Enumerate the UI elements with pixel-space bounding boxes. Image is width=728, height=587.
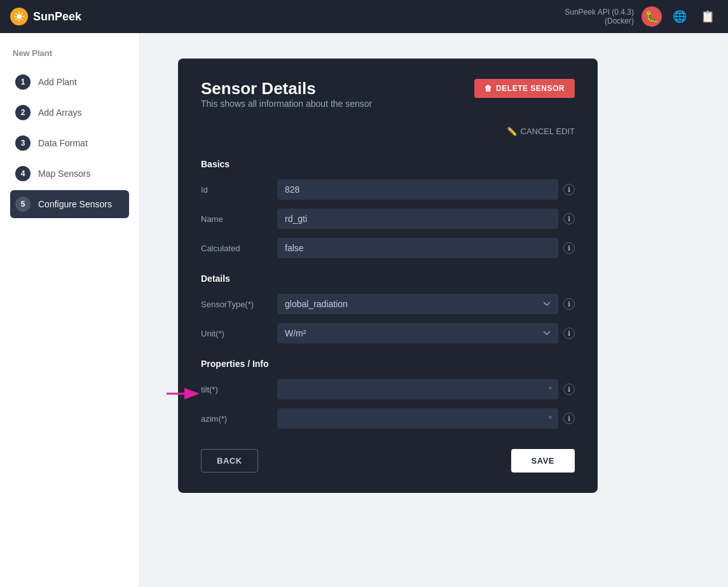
svg-line-6: [22, 19, 23, 20]
calculated-label: Calculated: [201, 244, 277, 253]
properties-section: Properties / Info tilt(*) ° ℹ azim(*): [201, 359, 575, 429]
sensor-type-row: SensorType(*) global_radiation diffuse_r…: [201, 294, 575, 314]
sidebar-item-label: Configure Sensors: [38, 199, 112, 209]
properties-title: Properties / Info: [201, 359, 575, 369]
sensor-type-info-icon[interactable]: ℹ: [563, 298, 575, 310]
calculated-info-icon[interactable]: ℹ: [563, 242, 575, 254]
svg-line-5: [16, 13, 17, 15]
basics-section: Basics Id ℹ Name ℹ Calculate: [201, 159, 575, 258]
name-info-icon[interactable]: ℹ: [563, 213, 575, 224]
logo-icon: [10, 8, 28, 25]
azim-label: azim(*): [201, 414, 277, 424]
calculated-input[interactable]: [277, 238, 558, 258]
sidebar-item-map-sensors[interactable]: 4 Map Sensors: [10, 160, 129, 188]
card-subtitle: This shows all information about the sen…: [201, 99, 372, 109]
azim-input[interactable]: [277, 408, 549, 429]
docs-icon-btn[interactable]: 📋: [697, 6, 718, 27]
sensor-type-select[interactable]: global_radiation diffuse_radiation tempe…: [277, 294, 558, 314]
details-title: Details: [201, 273, 575, 284]
sidebar: New Plant 1 Add Plant 2 Add Arrays 3 Dat…: [0, 33, 140, 587]
sensor-details-card: Sensor Details This shows all informatio…: [178, 59, 598, 493]
svg-line-7: [22, 13, 23, 15]
azim-info-icon[interactable]: ℹ: [563, 413, 575, 424]
tilt-label: tilt(*): [201, 385, 277, 394]
logo: SunPeek: [10, 8, 81, 25]
sidebar-item-label: Add Arrays: [38, 107, 81, 118]
tilt-degree-symbol: °: [549, 385, 558, 394]
header: SunPeek SunPeek API (0.4.3) (Docker) 🐛 🌐…: [0, 0, 728, 33]
id-info-icon[interactable]: ℹ: [563, 184, 575, 195]
tilt-info-icon[interactable]: ℹ: [563, 383, 575, 395]
step-4-num: 4: [15, 166, 31, 181]
sidebar-section-title: New Plant: [10, 48, 129, 58]
header-right: SunPeek API (0.4.3) (Docker) 🐛 🌐 📋: [565, 6, 718, 27]
back-button[interactable]: BACK: [201, 449, 258, 473]
card-header: Sensor Details This shows all informatio…: [201, 79, 575, 121]
sidebar-item-add-arrays[interactable]: 2 Add Arrays: [10, 99, 129, 127]
step-1-num: 1: [15, 74, 31, 90]
layout: New Plant 1 Add Plant 2 Add Arrays 3 Dat…: [0, 33, 728, 587]
sidebar-item-configure-sensors[interactable]: 5 Configure Sensors: [10, 190, 129, 218]
sidebar-item-label: Add Plant: [38, 77, 77, 87]
cancel-edit-button[interactable]: ✏️ CANCEL EDIT: [507, 127, 575, 136]
api-info: SunPeek API (0.4.3) (Docker): [565, 8, 634, 25]
globe-icon-btn[interactable]: 🌐: [670, 6, 690, 27]
card-footer: BACK SAVE: [201, 449, 575, 473]
tilt-input[interactable]: [277, 379, 549, 399]
details-section: Details SensorType(*) global_radiation d…: [201, 273, 575, 343]
step-3-num: 3: [15, 135, 31, 151]
unit-row: Unit(*) W/m² kW/m² W/m2 ℹ: [201, 323, 575, 343]
name-input[interactable]: [277, 209, 558, 229]
sensor-type-label: SensorType(*): [201, 300, 277, 309]
sidebar-item-label: Map Sensors: [38, 169, 90, 179]
bug-icon-btn[interactable]: 🐛: [642, 6, 662, 27]
delete-sensor-button[interactable]: 🗑 DELETE SENSOR: [474, 79, 575, 98]
id-input[interactable]: [277, 179, 558, 200]
main-content: Sensor Details This shows all informatio…: [140, 33, 728, 587]
save-button[interactable]: SAVE: [511, 449, 575, 473]
unit-label: Unit(*): [201, 329, 277, 338]
pencil-icon: ✏️: [507, 127, 517, 136]
logo-text: SunPeek: [33, 10, 81, 24]
sidebar-item-data-format[interactable]: 3 Data Format: [10, 129, 129, 157]
id-label: Id: [201, 185, 277, 195]
properties-arrow: [165, 384, 200, 403]
trash-icon: 🗑: [484, 84, 493, 93]
step-5-num: 5: [15, 197, 31, 212]
calculated-row: Calculated ℹ: [201, 238, 575, 258]
azim-row: azim(*) ° ℹ: [201, 408, 575, 429]
tilt-row: tilt(*) ° ℹ: [201, 379, 575, 399]
azim-degree-symbol: °: [549, 414, 558, 424]
id-row: Id ℹ: [201, 179, 575, 200]
sidebar-item-add-plant[interactable]: 1 Add Plant: [10, 68, 129, 96]
svg-line-8: [16, 19, 17, 20]
svg-point-0: [17, 14, 22, 19]
name-row: Name ℹ: [201, 209, 575, 229]
unit-select[interactable]: W/m² kW/m² W/m2: [277, 323, 558, 343]
basics-title: Basics: [201, 159, 575, 169]
step-2-num: 2: [15, 105, 31, 120]
name-label: Name: [201, 214, 277, 224]
card-title: Sensor Details: [201, 79, 372, 99]
unit-info-icon[interactable]: ℹ: [563, 328, 575, 339]
sidebar-item-label: Data Format: [38, 138, 88, 148]
